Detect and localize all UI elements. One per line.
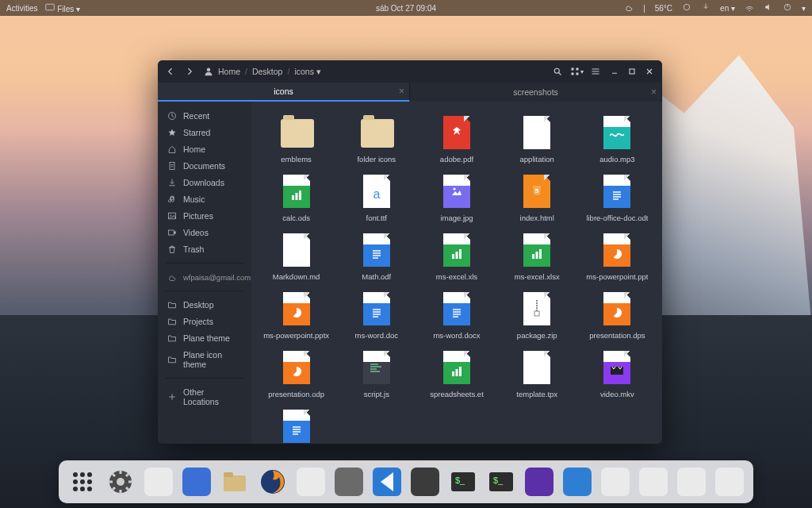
file-page-icon (283, 233, 310, 267)
file-item[interactable]: video.mkv (577, 348, 657, 402)
dock-item-firefox[interactable] (257, 466, 289, 498)
file-item[interactable]: template.tpx (497, 348, 577, 402)
dock-item-virtualbox[interactable] (676, 466, 707, 498)
file-item[interactable]: folder icons (336, 113, 416, 167)
dock-item-media[interactable] (523, 466, 555, 498)
cpu-temp[interactable]: 56°C (655, 4, 672, 13)
window-minimize-button[interactable] (607, 64, 622, 79)
sidebar-item-videos[interactable]: Videos (158, 225, 251, 241)
language-indicator[interactable]: en ▾ (720, 4, 735, 13)
window-titlebar[interactable]: Home / Desktop / icons ▾ ▾ (158, 60, 662, 83)
dock-item-vscode[interactable] (371, 466, 403, 498)
svg-point-35 (87, 472, 92, 477)
volume-icon[interactable] (764, 2, 773, 13)
file-label: template.tpx (516, 390, 557, 398)
dock-item-office[interactable] (599, 466, 631, 498)
svg-rect-58 (563, 468, 592, 496)
file-item[interactable]: calc.ods (256, 171, 336, 225)
dock-item-apps[interactable] (67, 466, 98, 498)
window-close-button[interactable] (642, 64, 657, 79)
sidebar-item-recent[interactable]: Recent (158, 108, 251, 124)
dock-item-kite[interactable] (561, 466, 593, 498)
activities-button[interactable]: Activities (6, 4, 37, 13)
sidebar-item-music[interactable]: Music (158, 191, 251, 207)
file-item[interactable]: a font.ttf (336, 171, 416, 225)
sidebar-bookmark[interactable]: Plane theme (158, 330, 251, 346)
dock-item-text-editor[interactable] (333, 466, 365, 498)
dock-item-terminal2[interactable]: $_ (485, 466, 517, 498)
file-item[interactable]: ms-powerpoint.ppt (577, 230, 657, 284)
file-item[interactable]: Markdown.md (256, 230, 336, 284)
nav-back-button[interactable] (163, 64, 178, 79)
files-menu[interactable]: Files ▾ (45, 2, 80, 13)
dock-item-dev[interactable] (638, 466, 669, 498)
dock-item-terminal1[interactable]: $_ (447, 466, 479, 498)
weather-icon[interactable] (624, 2, 634, 13)
svg-rect-59 (601, 468, 630, 496)
sidebar-item-trash[interactable]: Trash (158, 241, 251, 257)
tab-close-icon[interactable]: × (399, 86, 404, 97)
sidebar-item-downloads[interactable]: Downloads (158, 175, 251, 190)
svg-point-40 (80, 487, 85, 491)
file-label: image.jpg (440, 214, 473, 222)
file-item[interactable]: emblems (256, 113, 336, 167)
file-item[interactable]: audio.mp3 (577, 113, 657, 167)
tab-icons[interactable]: icons × (158, 83, 410, 102)
sidebar: Recent Starred Home Documents Downloads … (158, 102, 251, 444)
file-item[interactable]: spreadsheets.et (416, 348, 496, 402)
file-item[interactable]: libre-office-doc.odt (577, 171, 657, 225)
file-item[interactable]: presentation.dps (577, 289, 657, 343)
sidebar-bookmark[interactable]: Desktop (158, 297, 251, 313)
dock-item-skype[interactable] (409, 466, 441, 498)
menu-caret-icon[interactable]: ▾ (802, 4, 806, 13)
file-label: audio.mp3 (599, 155, 634, 164)
crumb-current[interactable]: icons ▾ (294, 67, 320, 76)
dock-item-files[interactable] (219, 466, 251, 498)
crumb-home[interactable]: Home (218, 67, 240, 76)
updates-icon[interactable] (701, 2, 710, 13)
sidebar-bookmark[interactable]: Projects (158, 314, 251, 329)
file-page-icon (363, 351, 390, 384)
file-item[interactable]: presentation.odp (256, 348, 336, 402)
file-item[interactable]: writter.wps (256, 406, 336, 444)
clock[interactable]: sáb Oct 27 09:04 (376, 4, 436, 13)
sidebar-item-documents[interactable]: Documents (158, 158, 251, 174)
file-item[interactable]: 5 index.html (497, 171, 577, 225)
file-item[interactable]: Math.odf (336, 230, 416, 284)
file-item[interactable]: package.zip (497, 289, 577, 343)
tab-close-icon[interactable]: × (651, 87, 657, 98)
file-item[interactable]: script.js (336, 348, 416, 402)
window-maximize-button[interactable] (624, 64, 640, 79)
nav-forward-button[interactable] (182, 64, 197, 79)
hamburger-menu-button[interactable] (588, 64, 603, 79)
sidebar-divider (166, 263, 243, 264)
crumb-desktop[interactable]: Desktop (252, 67, 283, 76)
dock-item-notes[interactable] (714, 466, 745, 498)
sidebar-item-home[interactable]: Home (158, 141, 251, 157)
file-item[interactable]: ms-excel.xlsx (497, 230, 577, 284)
tab-screenshots[interactable]: screenshots × (410, 83, 662, 102)
dock-item-system-mon[interactable] (143, 466, 174, 498)
file-item[interactable]: ms-excel.xls (416, 230, 496, 284)
network-icon[interactable] (745, 2, 754, 13)
file-item[interactable]: adobe.pdf (416, 113, 496, 167)
file-item[interactable]: image.jpg (416, 171, 496, 225)
view-toggle-button[interactable]: ▾ (569, 64, 584, 79)
dock-item-chrome[interactable] (295, 466, 327, 498)
file-item[interactable]: ms-word.docx (416, 289, 496, 343)
dock-item-transmission[interactable] (181, 466, 213, 498)
sidebar-bookmark[interactable]: Plane icon theme (158, 347, 251, 372)
file-item[interactable]: ms-word.doc (336, 289, 416, 343)
search-button[interactable] (550, 64, 565, 79)
sidebar-item-starred[interactable]: Starred (158, 125, 251, 140)
svg-rect-8 (571, 73, 573, 75)
power-icon[interactable] (783, 2, 792, 13)
file-item[interactable]: applitation (497, 113, 577, 167)
indicator-icon[interactable] (682, 2, 691, 13)
sidebar-account[interactable]: wfpaisa@gmail.com (158, 269, 251, 285)
file-item[interactable]: ms-powerpoint.pptx (256, 289, 336, 343)
tab-bar: icons × screenshots × (158, 83, 662, 102)
sidebar-item-pictures[interactable]: Pictures (158, 208, 251, 224)
sidebar-other-locations[interactable]: Other Locations (158, 384, 251, 410)
dock-item-settings[interactable] (105, 466, 136, 498)
